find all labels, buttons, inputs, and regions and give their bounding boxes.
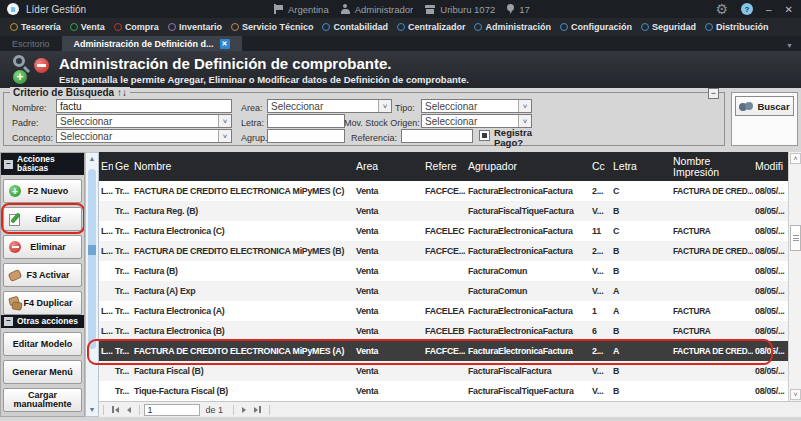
table-row[interactable]: Tr...Factura Reg. (B)VentaFacturaFiscalT…	[99, 201, 788, 221]
branch-indicator[interactable]: Uriburu 1072	[425, 4, 495, 15]
cargar-manualmente-button[interactable]: Cargar manualmente	[3, 388, 82, 412]
menu-item-distribuci-n[interactable]: Distribución	[705, 22, 769, 32]
tab-administracion-definicion[interactable]: Administración de Definición d... ✕	[62, 36, 242, 51]
menu-ring-icon	[114, 23, 122, 31]
table-cell: Venta	[348, 286, 421, 296]
column-header-refere[interactable]: Refere	[421, 161, 466, 172]
f3-activar-button[interactable]: F3 Activar	[3, 263, 82, 287]
menu-item-administraci-n[interactable]: Administración	[474, 22, 551, 32]
table-cell: FACELEA	[421, 306, 466, 316]
column-header-letra[interactable]: Letra	[611, 161, 671, 172]
country-indicator[interactable]: Argentina	[274, 4, 329, 15]
page-header: + Administración de Definición de compro…	[0, 51, 801, 88]
close-button[interactable]: ✕	[785, 4, 793, 15]
results-grid: EnGeNombreAreaRefereAgrupadorCcLetraNomb…	[99, 152, 788, 401]
table-row[interactable]: L...Tr...Factura Electronica (B)VentaFAC…	[99, 321, 788, 341]
scrollbar-thumb[interactable]	[88, 169, 96, 349]
tipo-select[interactable]: Seleccionar˅	[421, 99, 532, 113]
table-cell: Venta	[348, 226, 421, 236]
f2-nuevo-button[interactable]: +F2 Nuevo	[3, 179, 82, 203]
terminal-indicator[interactable]: 17	[507, 4, 530, 15]
app-logo-icon: li	[7, 3, 19, 15]
padre-select[interactable]: Seleccionar˅	[56, 114, 232, 128]
generar-men--button[interactable]: Generar Menú	[3, 360, 82, 384]
help-button[interactable]: ?	[741, 3, 753, 15]
collapse-section-icon[interactable]: −	[4, 317, 13, 326]
editar-button[interactable]: Editar	[3, 207, 82, 231]
user-indicator[interactable]: Administrador	[341, 4, 414, 15]
table-cell: Tr...	[113, 286, 132, 296]
letra-label: Letra:	[241, 118, 264, 128]
menu-item-servicio-t-cnico[interactable]: Servicio Técnico	[231, 22, 314, 32]
tab-close-icon[interactable]: ✕	[220, 39, 230, 49]
table-row[interactable]: Tr...Factura (B)VentaFacturaComunV...B08…	[99, 261, 788, 281]
buscar-button[interactable]: Buscar	[735, 96, 794, 116]
table-row[interactable]: L...Tr...Factura Electronica (A)VentaFAC…	[99, 301, 788, 321]
page-header-icon: +	[12, 54, 52, 85]
grid-scrollbar[interactable]: ˄ ˅	[788, 152, 801, 401]
agrup-input[interactable]	[267, 129, 345, 143]
scroll-up-icon[interactable]: ▲	[87, 154, 97, 164]
minimize-button[interactable]: –	[766, 4, 772, 15]
eliminar-button[interactable]: Eliminar	[3, 235, 82, 259]
menu-item-tesorer-a[interactable]: Tesorería	[10, 22, 61, 32]
menu-item-seguridad[interactable]: Seguridad	[641, 22, 696, 32]
mov-stock-origen-select[interactable]: Seleccionar˅	[421, 114, 532, 128]
menu-item-inventario[interactable]: Inventario	[168, 22, 222, 32]
menu-item-compra[interactable]: Compra	[114, 22, 159, 32]
column-header-ge[interactable]: Ge	[113, 161, 132, 172]
area-select[interactable]: Seleccionar˅	[267, 99, 392, 113]
column-header-area[interactable]: Area	[348, 161, 421, 172]
mov-stock-origen-label: Mov. Stock Origen:	[344, 118, 420, 128]
table-cell: 2...	[590, 186, 611, 196]
table-cell: 08/05/...	[753, 366, 788, 376]
column-header-modifi[interactable]: Modifi	[753, 161, 788, 172]
menu-item-label: Servicio Técnico	[242, 22, 314, 32]
column-header-nombre[interactable]: Nombre	[132, 161, 348, 172]
prev-page-button[interactable]	[127, 407, 131, 413]
last-page-button[interactable]	[254, 406, 261, 413]
page-number-input[interactable]: 1	[144, 404, 200, 416]
table-cell: L...	[99, 346, 113, 356]
referencia-input[interactable]	[401, 129, 473, 143]
criteria-collapse-button[interactable]: −	[708, 88, 719, 99]
grid-scrollbar-thumb[interactable]	[790, 225, 801, 251]
column-header-cc[interactable]: Cc	[590, 161, 611, 172]
table-row[interactable]: L...Tr...Factura Electronica (C)VentaFAC…	[99, 221, 788, 241]
letra-input[interactable]	[267, 114, 345, 128]
table-cell: B	[611, 266, 671, 276]
first-page-button[interactable]	[112, 406, 119, 413]
table-cell: Venta	[348, 386, 421, 396]
editar-modelo-button[interactable]: Editar Modelo	[3, 332, 82, 356]
f4-duplicar-button[interactable]: F4 Duplicar	[3, 291, 82, 315]
grid-scroll-up-icon[interactable]: ˄	[790, 153, 801, 164]
referencia-label: Referencia:	[351, 133, 397, 143]
table-row[interactable]: Tr...Tique-Factura Fiscal (B)VentaFactur…	[99, 381, 788, 401]
table-cell: Tr...	[113, 326, 132, 336]
menu-item-centralizador[interactable]: Centralizador	[397, 22, 466, 32]
tab-overflow-caret-icon[interactable]: ▼	[786, 42, 793, 49]
table-row[interactable]: L...Tr...FACTURA DE CREDITO ELECTRONICA …	[99, 181, 788, 201]
grid-scroll-down-icon[interactable]: ˅	[790, 389, 801, 400]
table-row[interactable]: L...Tr...FACTURA DE CREDITO ELECTRONICA …	[99, 341, 788, 361]
column-header-nombre-impresi-n[interactable]: Nombre Impresión	[671, 156, 753, 178]
menu-item-configuraci-n[interactable]: Configuración	[560, 22, 632, 32]
table-row[interactable]: L...Tr...FACTURA DE CREDITO ELECTRONICA …	[99, 241, 788, 261]
table-row[interactable]: Tr...Factura Fiscal (B)VentaFacturaFisca…	[99, 361, 788, 381]
column-header-en[interactable]: En	[99, 161, 113, 172]
table-row[interactable]: Tr...Factura (A) ExpVentaFacturaComunV..…	[99, 281, 788, 301]
menu-item-venta[interactable]: Venta	[70, 22, 105, 32]
sidebar-scrollbar[interactable]: ▲ ▼	[85, 152, 99, 417]
next-page-button[interactable]	[242, 407, 246, 413]
registra-pago-checkbox[interactable]	[479, 130, 490, 141]
column-header-agrupador[interactable]: Agrupador	[466, 161, 590, 172]
scroll-down-icon[interactable]: ▼	[87, 405, 97, 415]
nombre-input[interactable]: factu	[56, 99, 232, 113]
settings-gear-icon[interactable]: ⚙	[715, 2, 728, 16]
collapse-section-icon[interactable]: −	[4, 160, 13, 169]
tab-escritorio[interactable]: Escritorio	[0, 36, 62, 51]
search-criteria-panel: Criterio de Búsqueda ↑↓ − Nombre: factu …	[0, 88, 801, 152]
sidebar-section-header: −Otras acciones	[1, 315, 84, 328]
concepto-select[interactable]: Seleccionar˅	[56, 129, 232, 143]
menu-item-contabilidad[interactable]: Contabilidad	[322, 22, 388, 32]
